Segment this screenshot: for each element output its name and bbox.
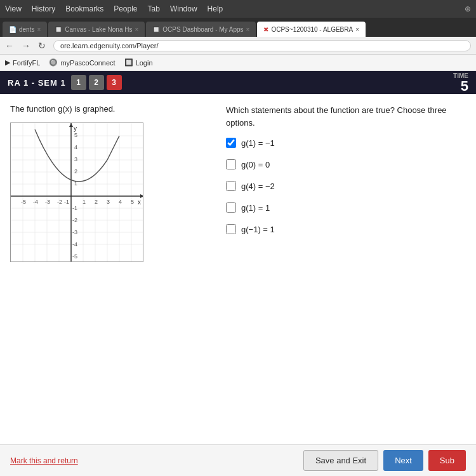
url-input[interactable]: ore.learn.edgenuity.com/Player/ xyxy=(53,40,471,51)
function-graph: x y -5 -4 -3 -2 -1 1 2 3 4 5 5 4 3 2 1 -… xyxy=(11,123,143,262)
tab-algebra[interactable]: ✖ OCPS~1200310 - ALGEBRA × xyxy=(257,22,366,37)
question-btn-2[interactable]: 2 xyxy=(89,75,104,90)
menu-view[interactable]: View xyxy=(5,4,22,13)
tab-close-algebra[interactable]: × xyxy=(355,26,359,33)
left-question-text: The function g(x) is graphed. xyxy=(10,104,213,114)
svg-text:5: 5 xyxy=(74,132,77,138)
svg-text:y: y xyxy=(74,125,77,132)
checkbox-opt5[interactable] xyxy=(226,224,236,234)
svg-text:-5: -5 xyxy=(72,253,77,260)
timer-area: TIME 5 xyxy=(453,72,468,93)
forward-icon[interactable]: → xyxy=(22,41,30,51)
option-label-3[interactable]: g(4) = −2 xyxy=(241,182,275,191)
svg-text:4: 4 xyxy=(119,199,122,205)
left-panel: The function g(x) is graphed. xyxy=(10,104,213,388)
option-row-1: g(1) = −1 xyxy=(226,138,466,148)
tab-icon-ocps-dash: 🔲 xyxy=(152,26,160,33)
bookmark-icon-fortify: ▶ xyxy=(5,58,10,67)
tab-canvas[interactable]: 🔲 Canvas - Lake Nona Hs × xyxy=(48,22,145,37)
app-header: RA 1 - SEM 1 1 2 3 TIME 5 xyxy=(0,71,476,94)
menu-help[interactable]: Help xyxy=(208,4,223,13)
course-label: RA 1 - SEM 1 xyxy=(8,78,66,88)
option-label-2[interactable]: g(0) = 0 xyxy=(241,160,270,169)
svg-text:-4: -4 xyxy=(33,199,38,205)
menu-bookmarks[interactable]: Bookmarks xyxy=(65,4,103,13)
graph-container: x y -5 -4 -3 -2 -1 1 2 3 4 5 5 4 3 2 1 -… xyxy=(10,122,143,262)
svg-text:-2: -2 xyxy=(72,217,77,223)
svg-text:x: x xyxy=(138,199,141,206)
right-question-text: Which statements about the function are … xyxy=(226,104,466,129)
question-btn-1[interactable]: 1 xyxy=(71,75,86,90)
browser-menu-bar: View History Bookmarks People Tab Window… xyxy=(0,0,476,18)
save-exit-button[interactable]: Save and Exit xyxy=(303,450,378,471)
browser-tabs: 📄 dents × 🔲 Canvas - Lake Nona Hs × 🔲 OC… xyxy=(0,18,476,37)
checkbox-opt4[interactable] xyxy=(226,202,236,213)
tab-students[interactable]: 📄 dents × xyxy=(3,22,47,37)
svg-text:4: 4 xyxy=(74,144,77,150)
svg-text:-1: -1 xyxy=(64,199,69,205)
svg-text:2: 2 xyxy=(95,199,98,205)
tab-close-students[interactable]: × xyxy=(37,26,41,33)
footer-buttons: Save and Exit Next Sub xyxy=(303,450,466,471)
option-row-3: g(4) = −2 xyxy=(226,181,466,191)
svg-text:-3: -3 xyxy=(72,229,77,235)
tab-close-ocps-dash[interactable]: × xyxy=(246,26,250,33)
tab-icon-algebra: ✖ xyxy=(263,26,268,33)
bookmark-fortify[interactable]: ▶ FortifyFL xyxy=(5,58,40,67)
svg-text:-1: -1 xyxy=(72,205,77,211)
option-row-2: g(0) = 0 xyxy=(226,159,466,169)
tab-ocps-dashboard[interactable]: 🔲 OCPS Dashboard - My Apps × xyxy=(146,22,256,37)
svg-text:-3: -3 xyxy=(45,199,50,205)
checkbox-opt3[interactable] xyxy=(226,181,236,191)
main-content: The function g(x) is graphed. xyxy=(0,94,476,399)
bookmark-icon-pasco: 🔘 xyxy=(49,58,58,67)
checkbox-opt1[interactable] xyxy=(226,138,236,148)
mark-return-link[interactable]: Mark this and return xyxy=(10,456,78,465)
option-label-5[interactable]: g(−1) = 1 xyxy=(241,225,275,234)
bookmark-pasco[interactable]: 🔘 myPascoConnect xyxy=(49,58,115,67)
svg-text:3: 3 xyxy=(107,199,110,205)
footer: Mark this and return Save and Exit Next … xyxy=(0,444,476,476)
next-button[interactable]: Next xyxy=(383,450,423,471)
bookmarks-bar: ▶ FortifyFL 🔘 myPascoConnect 🔲 Login xyxy=(0,55,476,71)
svg-text:-4: -4 xyxy=(72,241,77,248)
question-navigation: 1 2 3 xyxy=(71,75,122,90)
checkbox-opt2[interactable] xyxy=(226,159,236,169)
option-row-4: g(1) = 1 xyxy=(226,202,466,213)
right-panel: Which statements about the function are … xyxy=(226,104,466,388)
svg-text:-5: -5 xyxy=(21,199,26,205)
svg-text:2: 2 xyxy=(74,168,77,175)
svg-text:-2: -2 xyxy=(57,199,62,205)
menu-people[interactable]: People xyxy=(114,4,137,13)
bookmark-icon-login: 🔲 xyxy=(124,58,133,67)
svg-text:1: 1 xyxy=(83,199,86,205)
svg-text:5: 5 xyxy=(131,199,134,205)
option-label-4[interactable]: g(1) = 1 xyxy=(241,203,270,213)
menu-tab[interactable]: Tab xyxy=(148,4,160,13)
timer-value: 5 xyxy=(461,79,468,93)
menu-window[interactable]: Window xyxy=(170,4,197,13)
url-bar: ← → ↻ ore.learn.edgenuity.com/Player/ xyxy=(0,37,476,55)
tab-icon-students: 📄 xyxy=(9,26,17,33)
tab-close-canvas[interactable]: × xyxy=(135,26,138,33)
option-row-5: g(−1) = 1 xyxy=(226,224,466,234)
question-btn-3[interactable]: 3 xyxy=(107,75,122,90)
option-label-1[interactable]: g(1) = −1 xyxy=(241,138,275,148)
svg-text:3: 3 xyxy=(74,156,77,162)
tab-icon-canvas: 🔲 xyxy=(55,26,62,33)
submit-button[interactable]: Sub xyxy=(428,450,466,471)
menu-history[interactable]: History xyxy=(32,4,55,13)
reload-icon[interactable]: ↻ xyxy=(38,41,46,51)
back-icon[interactable]: ← xyxy=(5,41,14,51)
bookmark-login[interactable]: 🔲 Login xyxy=(124,58,153,67)
